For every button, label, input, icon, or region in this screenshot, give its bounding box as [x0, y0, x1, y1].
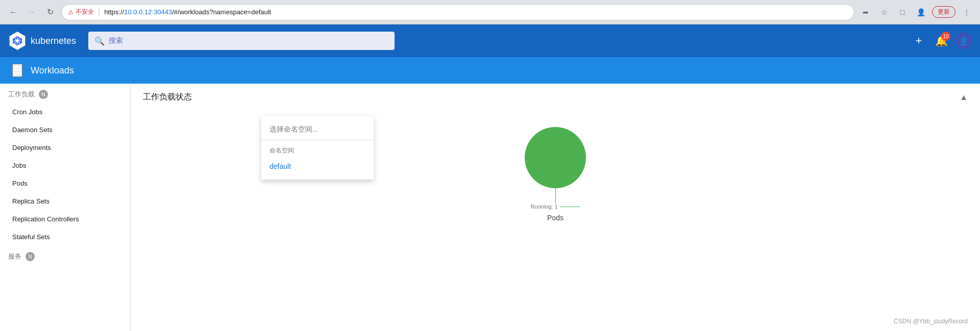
warning-triangle-icon: ⚠	[68, 9, 74, 16]
security-warning: ⚠ 不安全	[68, 8, 94, 16]
search-icon: 🔍	[94, 36, 105, 46]
sidebar-item-stateful-sets[interactable]: Stateful Sets	[0, 228, 130, 246]
sidebar-item-cron-jobs[interactable]: Cron Jobs	[0, 103, 130, 121]
nav-right: + 🔔 10 👤	[911, 33, 972, 49]
pod-label-row: Running: 1	[530, 203, 580, 210]
sidebar-group-services-label: 服务	[8, 252, 21, 261]
bookmark-button[interactable]: ☆	[877, 5, 891, 19]
user-avatar-button[interactable]: 👤	[955, 33, 972, 49]
pod-chart: Running: 1 Pods	[525, 127, 586, 222]
main-content: 工作负载 N Cron Jobs Daemon Sets Deployments…	[0, 84, 980, 331]
sidebar-group-workloads-badge: N	[39, 90, 48, 99]
dropdown-search[interactable]	[261, 120, 374, 138]
sidebar: 工作负载 N Cron Jobs Daemon Sets Deployments…	[0, 84, 131, 331]
notification-button[interactable]: 🔔 10	[933, 33, 949, 49]
share-button[interactable]: ➦	[859, 5, 873, 19]
namespace-item-default[interactable]: default	[261, 157, 374, 175]
url-prefix: https://	[104, 8, 124, 16]
visualization-area: Running: 1 Pods	[131, 107, 980, 242]
pod-vertical-line	[555, 188, 556, 203]
section-title: Workloads	[31, 65, 74, 76]
pod-name: Pods	[547, 214, 564, 222]
security-warning-text: 不安全	[76, 8, 94, 16]
dropdown-divider	[261, 140, 374, 140]
sidebar-group-workloads-label: 工作负载	[8, 90, 35, 99]
refresh-button[interactable]: ↻	[43, 5, 57, 19]
sidebar-group-services: 服务 N	[0, 246, 130, 265]
collapse-button[interactable]: ▲	[960, 93, 968, 102]
address-bar: ⚠ 不安全 | https://10.0.0.12:30443/#/worklo…	[61, 4, 854, 20]
svg-point-0	[16, 39, 19, 42]
namespace-search-input[interactable]	[270, 125, 365, 133]
sidebar-item-jobs[interactable]: Jobs	[0, 157, 130, 174]
user-icon: 👤	[959, 36, 969, 46]
back-button[interactable]: ←	[6, 5, 20, 19]
browser-actions: ➦ ☆ □ 👤 更新 ⋮	[859, 5, 974, 19]
sidebar-item-pods[interactable]: Pods	[0, 174, 130, 192]
update-button[interactable]: 更新	[932, 6, 955, 18]
url-path: /#/workloads?namespace=default	[172, 8, 271, 16]
window-button[interactable]: □	[895, 5, 910, 19]
app: kubernetes 🔍 搜索 + 🔔 10 👤 ☰ Workloads	[0, 24, 980, 331]
section-header: ☰ Workloads	[0, 57, 980, 84]
hamburger-button[interactable]: ☰	[12, 64, 22, 77]
menu-button[interactable]: ⋮	[960, 5, 974, 19]
url-separator: |	[98, 8, 100, 17]
content-area: 工作负载状态 ▲ Running: 1 Pods	[131, 84, 980, 331]
search-area[interactable]: 🔍 搜索	[88, 32, 395, 50]
workload-status-header: 工作负载状态 ▲	[131, 84, 980, 107]
pod-line-container: Running: 1	[530, 188, 580, 210]
sidebar-item-replication-controllers[interactable]: Replication Controllers	[0, 210, 130, 228]
url-host: 10.0.0.12:30443	[124, 8, 172, 16]
namespace-section-label: 命名空间	[261, 142, 374, 157]
kubernetes-logo: kubernetes	[8, 32, 76, 50]
namespace-dropdown: 命名空间 default	[261, 116, 374, 180]
profile-button[interactable]: 👤	[914, 5, 928, 19]
sidebar-item-replica-sets[interactable]: Replica Sets	[0, 192, 130, 210]
search-placeholder: 搜索	[109, 36, 123, 45]
workload-status-title: 工作负载状态	[143, 92, 192, 103]
k8s-hexagon-icon	[8, 32, 27, 50]
pod-circle	[525, 127, 586, 188]
browser-chrome: ← → ↻ ⚠ 不安全 | https://10.0.0.12:30443/#/…	[0, 0, 980, 24]
sidebar-item-deployments[interactable]: Deployments	[0, 139, 130, 157]
sidebar-group-services-badge: N	[26, 252, 35, 261]
forward-button[interactable]: →	[24, 5, 39, 19]
pod-running-label: Running: 1	[530, 203, 557, 210]
footer-attribution: CSDN @Ybb_studyRecord	[894, 318, 968, 325]
sidebar-item-daemon-sets[interactable]: Daemon Sets	[0, 121, 130, 139]
top-nav: kubernetes 🔍 搜索 + 🔔 10 👤	[0, 24, 980, 57]
logo-text: kubernetes	[31, 36, 76, 46]
url-text: https://10.0.0.12:30443/#/workloads?name…	[104, 8, 271, 16]
add-button[interactable]: +	[911, 33, 927, 49]
sidebar-group-workloads: 工作负载 N	[0, 84, 130, 103]
pod-horizontal-line	[560, 207, 580, 207]
notification-badge: 10	[941, 32, 950, 41]
